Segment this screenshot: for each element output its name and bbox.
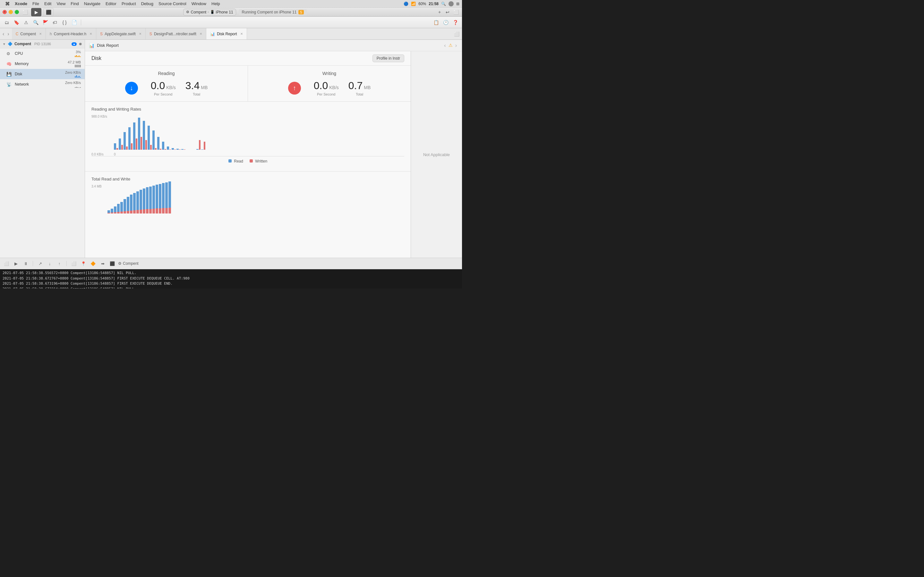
bt-sidebar-btn[interactable]: ⬜ [3,259,10,268]
breakpoint-icon[interactable]: ↩ [445,9,450,15]
maximize-button[interactable]: + [15,10,19,14]
total-bar-2 [111,209,113,213]
writing-panel: Writing ↑ 0.0 KB/s Per Second [248,66,411,101]
disk-nav-next[interactable]: › [454,43,458,48]
folder-icon-btn[interactable]: 🗂 [3,18,11,27]
legend-written-label: Written [255,159,267,163]
nav-item-cpu[interactable]: ⚙ CPU 3% [0,48,85,59]
console-line-1: 2021-07-05 21:58:38.556572+0800 Compent[… [3,271,459,276]
tag-icon-btn[interactable]: 🏷 [51,18,59,27]
rw-rates-title: Reading and Writing Rates [91,107,404,111]
nav-item-memory[interactable]: 🧠 Memory 47.2 MB [0,59,85,69]
menu-find[interactable]: Find [68,0,81,7]
doc-icon-btn[interactable]: 📄 [70,18,78,27]
titlebar-right: ＋ ↩ ⬜ [437,9,459,16]
minimize-button[interactable]: − [9,10,13,14]
tab-diskactivity[interactable]: 📊 Disk Report ✕ [206,28,247,39]
tab-appdelegate[interactable]: S AppDelegate.swift ✕ [96,28,145,39]
total-bar-15 [152,185,155,213]
bt-play-btn[interactable]: ▶ [12,259,20,268]
tab-header[interactable]: h Compent-Header.h ✕ [46,28,96,39]
tab-split-icon[interactable]: ⬜ [454,31,459,37]
clock-icon-btn[interactable]: 🕐 [441,18,450,27]
menu-help[interactable]: Help [209,0,223,7]
main-layout: ▼ 🔷 Compent PID 13186 ● ⏺ ⚙ CPU 3% [0,40,462,258]
reading-icon: ↓ [125,82,138,95]
bt-pause-btn[interactable]: ⏸ [22,259,29,268]
menu-xcode[interactable]: Xcode [12,0,30,7]
process-record-icon[interactable]: ⏺ [79,42,82,46]
flag-icon-btn[interactable]: 🚩 [41,18,49,27]
tab-back-btn[interactable]: ‹ [1,31,5,37]
total-bar-18 [162,183,165,213]
total-bar-5 [120,202,123,213]
tab-designpatt[interactable]: S DesignPatt...ntroller.swift ✕ [145,28,206,39]
profile-instruments-btn[interactable]: Profile in Instr [373,55,404,62]
bt-location-btn[interactable]: 📍 [79,259,87,268]
bookmark-icon-btn[interactable]: 🔖 [12,18,21,27]
tab-forward-btn[interactable]: › [6,31,10,37]
bt-step-over-btn[interactable]: ↗ [36,259,44,268]
menubar-grid[interactable]: ⊞ [456,2,459,6]
bar-group-1 [114,143,118,150]
total-bar-17 [159,184,162,213]
bt-step-in-btn[interactable]: ↓ [46,259,53,268]
total-bar-12 [143,189,145,213]
stop-button[interactable]: ⬛ [43,8,53,16]
menubar-search[interactable]: 🔍 [441,2,446,6]
tab-bar: ‹ › C Compent ✕ h Compent-Header.h ✕ S A… [0,28,462,40]
menu-file[interactable]: File [30,0,42,7]
menu-view[interactable]: View [54,0,68,7]
scheme-selector[interactable]: ⚙ Compent › 📱 iPhone 11 [183,9,236,16]
process-expand-icon[interactable]: ▼ [3,42,6,46]
disk-value: Zero KB/s [65,71,81,74]
rw-chart-bars [114,115,404,150]
menubar-right: 🔵 📶 60% 21:58 🔍 ⊞ [404,1,459,6]
help-icon-btn[interactable]: ❓ [451,18,459,27]
code-icon-btn[interactable]: { } [60,18,69,27]
inspector-icon-btn[interactable]: 📋 [432,18,440,27]
total-bars [107,185,404,213]
tab-appdelegate-close[interactable]: ✕ [139,32,142,35]
warning-icon-btn[interactable]: ⚠ [22,18,30,27]
total-rw-title: Total Read and Write [91,177,404,181]
nav-item-network[interactable]: 📡 Network Zero KB/s [0,79,85,89]
layout-icon[interactable]: ⬜ [453,9,459,15]
total-bar-16 [156,185,158,213]
menubar-wifi: 📶 [411,2,416,6]
nav-item-disk[interactable]: 💾 Disk Zero KB/s [0,69,85,79]
menu-window[interactable]: Window [189,0,209,7]
menu-debug[interactable]: Debug [139,0,156,7]
tab-designpatt-close[interactable]: ✕ [200,32,202,35]
bt-viewctrl-btn[interactable]: ⬜ [70,259,78,268]
sidebar-toggle-btn[interactable]: ⬜ [21,8,29,16]
apple-menu[interactable]: ⌘ [3,1,12,6]
add-tab-icon[interactable]: ＋ [437,9,443,16]
bar-group-13 [172,148,176,150]
bt-env-btn[interactable]: ⬛ [108,259,116,268]
menu-product[interactable]: Product [119,0,139,7]
reading-panel: Reading ↓ 0.0 KB/s Per Second [85,66,248,101]
bt-breakpoint-btn[interactable]: 🔶 [89,259,97,268]
total-rw-section: Total Read and Write 3.4 MB [85,171,411,225]
search-icon-btn[interactable]: 🔍 [31,18,40,27]
total-rw-chart: 3.4 MB [91,185,404,220]
reading-total-label: Total [193,92,200,96]
tab-compent-close[interactable]: ✕ [39,32,42,35]
tab-diskactivity-close[interactable]: ✕ [240,32,243,35]
total-bar-3 [114,206,116,213]
writing-stats: ↑ 0.0 KB/s Per Second 0.7 [288,80,371,96]
menu-sourcecontrol[interactable]: Source Control [156,0,189,7]
tab-compent[interactable]: C Compent ✕ [12,28,46,39]
bt-route-btn[interactable]: ➡ [99,259,107,268]
menu-edit[interactable]: Edit [42,0,54,7]
disk-nav-prev[interactable]: ‹ [443,43,447,48]
bt-step-out-btn[interactable]: ↑ [55,259,63,268]
menu-editor[interactable]: Editor [103,0,119,7]
run-button[interactable]: ▶ [31,8,41,16]
tab-header-close[interactable]: ✕ [89,32,92,35]
menu-navigate[interactable]: Navigate [81,0,103,7]
close-button[interactable]: ✕ [3,10,7,14]
cpu-label: CPU [15,51,72,56]
bar-group-3 [124,132,128,150]
